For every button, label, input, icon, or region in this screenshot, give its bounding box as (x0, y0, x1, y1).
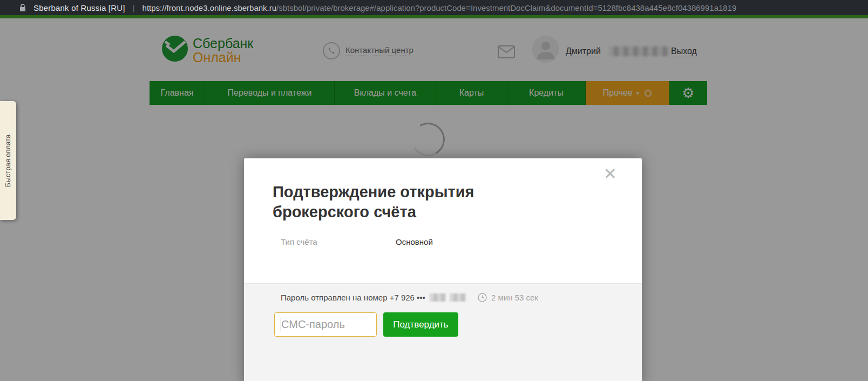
text-caret (281, 318, 281, 331)
sms-confirm-section: Пароль отправлен на номер +7 926 ••• 2 м… (244, 283, 642, 381)
account-type-label: Тип счёта (281, 237, 317, 246)
sms-timer: 2 мин 53 сек (478, 293, 538, 302)
phone-digits-redacted (430, 293, 466, 302)
url-separator: | (133, 3, 135, 12)
confirm-button[interactable]: Подтвердить (383, 312, 458, 337)
browser-address-bar[interactable]: Sberbank of Russia [RU] | https://front.… (0, 0, 868, 15)
account-type-row: Тип счёта Основной (244, 237, 642, 248)
timer-value: 2 мин 53 сек (491, 293, 538, 302)
quick-pay-label: Быстрая оплата (4, 134, 12, 186)
clock-icon (478, 293, 487, 302)
sms-sent-text: Пароль отправлен на номер +7 926 ••• (281, 293, 466, 302)
sms-password-input[interactable] (274, 312, 377, 337)
account-type-value: Основной (396, 237, 433, 246)
site-identity[interactable]: Sberbank of Russia [RU] (33, 3, 125, 12)
url-domain[interactable]: https://front.node3.online.sberbank.ru (143, 3, 277, 12)
confirm-brokerage-modal: ✕ Подтверждение открытия брокерского счё… (244, 158, 642, 381)
sms-input-wrap (274, 312, 377, 337)
modal-title: Подтверждение открытия брокерского счёта (273, 182, 526, 222)
url-path[interactable]: /sbtsbol/private/brokerage#/application?… (276, 3, 736, 12)
quick-pay-tab[interactable]: Быстрая оплата (0, 101, 16, 220)
close-icon[interactable]: ✕ (603, 166, 617, 182)
lock-icon (19, 4, 26, 12)
